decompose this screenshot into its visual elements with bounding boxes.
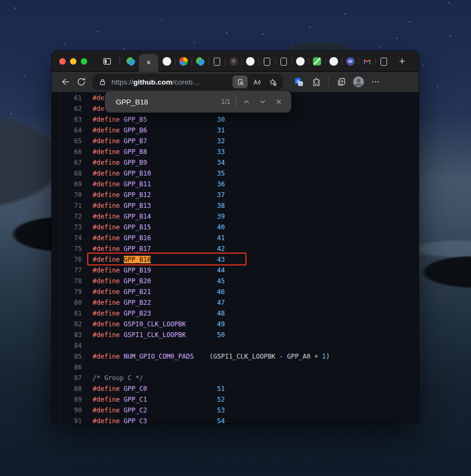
tab-panel-icon [102, 56, 113, 67]
line-number[interactable]: 63 [52, 116, 82, 123]
tab-excalidraw[interactable] [308, 51, 325, 72]
address-bar-actions [233, 75, 280, 88]
line-number[interactable]: 84 [52, 342, 82, 349]
tab-panel-button[interactable] [100, 54, 114, 68]
back-button[interactable] [57, 74, 73, 90]
toolbar-right-actions: a A [291, 74, 384, 90]
collections-button[interactable] [333, 74, 349, 90]
line-number[interactable]: 91 [52, 417, 82, 423]
read-aloud-button[interactable] [249, 75, 264, 88]
tab-discord[interactable] [342, 51, 358, 72]
tab-document[interactable] [375, 51, 392, 72]
line-number[interactable]: 77 [52, 267, 82, 274]
tab-coreboot[interactable] [192, 51, 208, 72]
code-text: #define GPP_B22 47 [93, 299, 225, 306]
translate-button[interactable]: a A [291, 74, 307, 90]
minimize-window-button[interactable] [70, 58, 76, 65]
tabstrip-divider [119, 57, 120, 66]
tab-github[interactable] [292, 51, 308, 72]
line-number[interactable]: 66 [52, 148, 82, 156]
line-number[interactable]: 89 [52, 396, 82, 403]
line-number[interactable]: 79 [52, 288, 82, 296]
code-text: #define GPP_B16 41 [93, 234, 225, 242]
code-text: /* Group C */ [93, 374, 143, 382]
url-path: /coreb… [172, 78, 200, 86]
document-favicon [264, 58, 270, 66]
line-number[interactable]: 68 [52, 170, 82, 177]
more-menu-button[interactable] [368, 74, 384, 90]
address-bar[interactable]: https://github.com/coreb… [93, 74, 283, 90]
line-number[interactable]: 72 [52, 213, 82, 220]
line-number[interactable]: 65 [52, 137, 82, 145]
github-favicon [329, 57, 338, 66]
line-number[interactable]: 90 [52, 407, 82, 414]
code-text: #define GSPI1_CLK_LOOPBK 50 [93, 331, 225, 339]
active-tab[interactable]: × [139, 54, 158, 72]
line-number[interactable]: 86 [52, 363, 82, 371]
tab-apple[interactable] [225, 51, 242, 72]
code-line: 69#define GPP_B11 36 [52, 179, 419, 190]
close-tab-icon[interactable]: × [146, 59, 151, 66]
line-number[interactable]: 87 [52, 374, 82, 382]
document-favicon [381, 58, 387, 66]
line-number[interactable]: 85 [52, 353, 82, 360]
profile-button[interactable] [350, 74, 367, 90]
line-number[interactable]: 82 [52, 320, 82, 328]
tab-coreboot[interactable] [122, 51, 139, 72]
lock-icon [98, 78, 107, 87]
find-previous-button[interactable] [238, 94, 255, 110]
code-line: 76#define GPP_B18 43 [52, 254, 419, 265]
line-number[interactable]: 75 [52, 245, 82, 253]
tab-gmail[interactable] [358, 51, 375, 72]
line-number[interactable]: 69 [52, 180, 82, 188]
find-match-highlight: GPP_B18 [124, 256, 151, 263]
find-next-button[interactable] [255, 94, 271, 110]
tab-github[interactable] [242, 51, 258, 72]
add-favorite-button[interactable] [265, 75, 280, 88]
line-number[interactable]: 80 [52, 299, 82, 306]
line-number[interactable]: 88 [52, 385, 82, 393]
svg-text:A: A [299, 82, 302, 86]
line-number[interactable]: 74 [52, 234, 82, 242]
find-close-button[interactable] [271, 94, 287, 110]
find-input[interactable] [116, 98, 201, 106]
new-tab-button[interactable]: + [394, 53, 410, 69]
code-text: #define GPP_C2 53 [93, 407, 225, 414]
tab-document[interactable] [275, 51, 292, 72]
code-text: #define GPP_B6 31 [93, 127, 225, 134]
translate-icon: a A [293, 76, 304, 87]
wallpaper-stars [15, 8, 16, 9]
line-number[interactable]: 62 [52, 105, 82, 113]
code-text: #define GPP_B12 37 [93, 191, 225, 199]
line-number[interactable]: 70 [52, 191, 82, 199]
line-number[interactable]: 76 [52, 256, 82, 263]
apple-favicon [229, 57, 238, 66]
line-number[interactable]: 83 [52, 331, 82, 339]
line-number[interactable]: 73 [52, 223, 82, 231]
code-line: 71#define GPP_B13 38 [52, 200, 419, 211]
line-number[interactable]: 64 [52, 127, 82, 134]
line-number[interactable]: 81 [52, 310, 82, 317]
browser-window: × + https://github.com/coreb… [52, 51, 419, 423]
line-number[interactable]: 67 [52, 159, 82, 166]
find-on-page-button[interactable] [233, 75, 248, 88]
reload-button[interactable] [73, 74, 89, 90]
tab-github[interactable] [325, 51, 342, 72]
tab-document[interactable] [258, 51, 275, 72]
line-number[interactable]: 61 [52, 94, 82, 102]
find-match-count: 1/1 [221, 98, 230, 106]
tab-google-photos[interactable] [175, 51, 192, 72]
code-text: #define GSPI0_CLK_LOOPBK 49 [93, 320, 225, 328]
reload-icon [76, 76, 87, 87]
tab-document[interactable] [208, 51, 225, 72]
code-line: 85#define NUM_GPIO_COM0_PADS (GSPI1_CLK_… [52, 351, 419, 362]
line-number[interactable]: 78 [52, 277, 82, 285]
chevron-down-icon [258, 97, 268, 107]
code-line: 89#define GPP_C1 52 [52, 394, 419, 405]
close-window-button[interactable] [59, 58, 66, 65]
tab-github[interactable] [158, 51, 175, 72]
zoom-window-button[interactable] [81, 58, 87, 65]
line-number[interactable]: 71 [52, 202, 82, 209]
extensions-button[interactable] [308, 74, 324, 90]
github-favicon [246, 57, 255, 66]
